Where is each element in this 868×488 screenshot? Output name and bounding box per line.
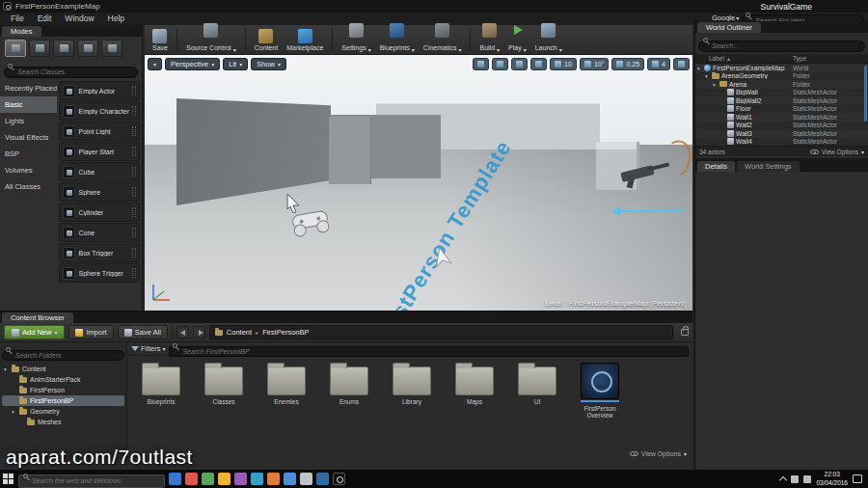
- folder-tile-library[interactable]: Library: [382, 361, 442, 405]
- show-flags-button[interactable]: Show: [251, 58, 286, 70]
- folder-tile-blueprints[interactable]: Blueprints: [131, 361, 191, 405]
- drag-grip-icon[interactable]: [132, 268, 136, 278]
- paint-mode-icon[interactable]: [29, 40, 50, 57]
- content-browser-view-options-button[interactable]: View Options: [630, 450, 687, 457]
- expand-arrow-icon[interactable]: [695, 65, 702, 71]
- expand-arrow-icon[interactable]: [2, 366, 9, 372]
- place-item-empty-character[interactable]: Empty Character: [59, 101, 140, 121]
- tray-expand-icon[interactable]: [779, 475, 787, 483]
- outliner-scrollbar[interactable]: [864, 66, 867, 122]
- drag-grip-icon[interactable]: [132, 106, 136, 116]
- select-tool-button[interactable]: [473, 58, 489, 70]
- rotate-tool-button[interactable]: [511, 58, 528, 70]
- drag-grip-icon[interactable]: [132, 187, 136, 197]
- place-item-empty-actor[interactable]: Empty Actor: [59, 81, 140, 100]
- category-visual-effects[interactable]: Visual Effects: [0, 129, 57, 146]
- outliner-row[interactable]: Wall3StaticMeshActor: [695, 129, 868, 138]
- build-button[interactable]: Build: [479, 23, 500, 56]
- outliner-row[interactable]: BigWallStaticMeshActor: [695, 89, 868, 97]
- outliner-search-input[interactable]: [698, 41, 865, 52]
- outliner-row[interactable]: ArenaGeometryFolder: [695, 72, 868, 81]
- wall-corner-mesh[interactable]: [329, 117, 371, 184]
- cinematics-button[interactable]: Cinematics: [423, 23, 462, 56]
- outliner-row[interactable]: BigWall2StaticMeshActor: [695, 96, 868, 105]
- taskbar-app-icon[interactable]: [234, 473, 247, 485]
- maximize-viewport-button[interactable]: [673, 58, 690, 70]
- breadcrumb-content[interactable]: Content: [227, 328, 252, 337]
- scale-tool-button[interactable]: [530, 58, 547, 70]
- taskbar-app-icon[interactable]: [300, 473, 312, 485]
- taskbar-app-icon[interactable]: [284, 473, 296, 485]
- place-item-cone[interactable]: Cone: [59, 223, 140, 242]
- taskbar-app-icon[interactable]: [218, 473, 231, 485]
- category-volumes[interactable]: Volumes: [0, 162, 57, 178]
- menu-edit[interactable]: Edit: [31, 13, 59, 25]
- translate-arrow-gizmo[interactable]: [619, 210, 683, 212]
- outliner-row[interactable]: FloorStaticMeshActor: [695, 105, 868, 114]
- content-button[interactable]: Content: [255, 29, 279, 51]
- forward-button[interactable]: [193, 326, 205, 339]
- perspective-button[interactable]: Perspective: [165, 58, 220, 70]
- filters-button[interactable]: Filters: [131, 344, 165, 353]
- asset-tile-firstperson-overview[interactable]: FirstPerson Overview: [570, 361, 630, 419]
- menu-file[interactable]: File: [4, 13, 31, 25]
- label-column-header[interactable]: Label: [709, 55, 724, 62]
- taskbar-clock[interactable]: 22:03 03/04/2016: [816, 471, 848, 486]
- launch-button[interactable]: Launch: [535, 23, 562, 56]
- unreal-editor-taskbar-icon[interactable]: [333, 473, 345, 485]
- category-bsp[interactable]: BSP: [0, 146, 57, 162]
- tab-world-settings[interactable]: World Settings: [737, 161, 800, 172]
- menu-help[interactable]: Help: [101, 13, 131, 25]
- drag-grip-icon[interactable]: [132, 126, 136, 136]
- marketplace-button[interactable]: Marketplace: [286, 29, 323, 51]
- place-item-sphere-trigger[interactable]: Sphere Trigger: [59, 263, 140, 283]
- tab-details[interactable]: Details: [697, 161, 735, 172]
- network-icon[interactable]: [791, 475, 799, 483]
- grid-snap-control[interactable]: 10: [550, 58, 577, 70]
- landscape-mode-icon[interactable]: [53, 40, 74, 57]
- category-basic[interactable]: Basic: [0, 96, 57, 113]
- taskbar-search-input[interactable]: [18, 474, 165, 488]
- lock-icon[interactable]: [681, 329, 689, 336]
- level-viewport[interactable]: FirstPerson Template Level : FirstPerson…: [145, 55, 692, 311]
- tree-item-content[interactable]: Content: [2, 364, 124, 374]
- folder-tile-classes[interactable]: Classes: [194, 361, 254, 405]
- viewport-options-button[interactable]: [148, 58, 162, 70]
- tab-modes[interactable]: Modes: [2, 26, 41, 37]
- back-button[interactable]: [176, 326, 189, 339]
- drag-grip-icon[interactable]: [132, 147, 136, 156]
- tree-item-meshes[interactable]: Meshes: [2, 417, 124, 427]
- outliner-row[interactable]: FirstPersonExampleMapWorld: [695, 64, 868, 72]
- outliner-column-header[interactable]: Label▲ Type: [695, 54, 868, 64]
- folder-tile-enemies[interactable]: Enemies: [257, 361, 316, 405]
- outliner-view-options-button[interactable]: View Options: [810, 149, 864, 155]
- play-button[interactable]: Play: [508, 23, 527, 56]
- settings-button[interactable]: Settings: [341, 23, 370, 56]
- drag-grip-icon[interactable]: [132, 86, 136, 95]
- volume-icon[interactable]: [803, 475, 811, 483]
- taskbar-app-icon[interactable]: [202, 473, 214, 485]
- search-folders-input[interactable]: [2, 350, 124, 361]
- foliage-mode-icon[interactable]: [77, 40, 98, 57]
- place-item-cylinder[interactable]: Cylinder: [59, 203, 140, 222]
- outliner-row[interactable]: ArenaFolder: [695, 80, 868, 89]
- save-button[interactable]: Save: [152, 29, 168, 51]
- import-button[interactable]: Import: [68, 325, 113, 339]
- source-control-button[interactable]: Source Control: [186, 23, 236, 56]
- geometry-mode-icon[interactable]: [101, 40, 122, 57]
- start-button[interactable]: [3, 474, 14, 485]
- camera-speed-control[interactable]: 4: [647, 58, 670, 70]
- drag-grip-icon[interactable]: [132, 207, 136, 217]
- tree-item-geometry[interactable]: Geometry: [2, 406, 124, 417]
- outliner-row[interactable]: Wall4StaticMeshActor: [695, 138, 868, 147]
- place-mode-icon[interactable]: [5, 40, 26, 57]
- place-item-sphere[interactable]: Sphere: [59, 182, 140, 202]
- drag-grip-icon[interactable]: [132, 228, 136, 237]
- blueprints-button[interactable]: Blueprints: [380, 23, 415, 56]
- place-item-cube[interactable]: Cube: [59, 162, 140, 181]
- outliner-row[interactable]: Wall2StaticMeshActor: [695, 122, 868, 130]
- tree-item-firstperson[interactable]: FirstPerson: [2, 385, 124, 395]
- search-assets-input[interactable]: [169, 346, 689, 357]
- expand-arrow-icon[interactable]: [10, 408, 16, 415]
- tab-content-browser[interactable]: Content Browser: [2, 312, 73, 323]
